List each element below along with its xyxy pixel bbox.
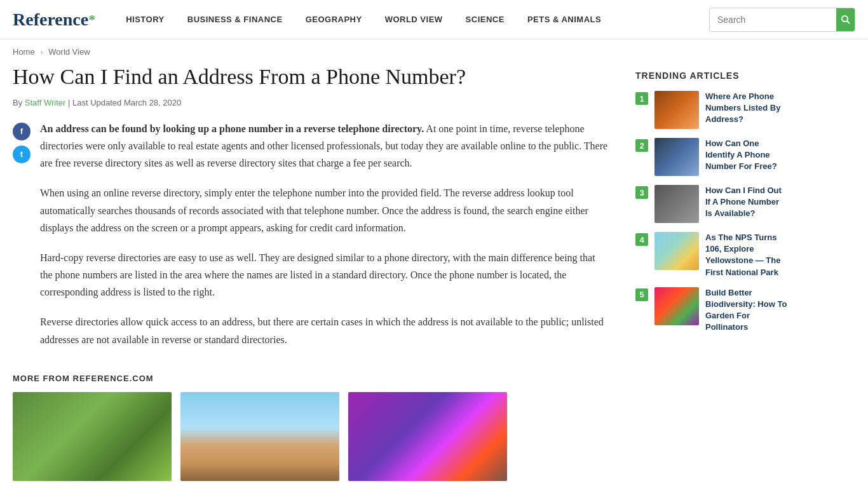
trending-thumb-2-img xyxy=(654,138,699,176)
trending-num-2: 2 xyxy=(635,139,648,152)
sidebar: TRENDING ARTICLES 1 Where Are Phone Numb… xyxy=(635,64,788,481)
svg-point-0 xyxy=(842,16,848,22)
nav-item-history[interactable]: HISTORY xyxy=(114,15,176,24)
search-box xyxy=(709,8,855,32)
article-body: An address can be found by looking up a … xyxy=(40,120,610,361)
more-from-image-1-placeholder xyxy=(13,392,172,481)
breadcrumb: Home › World View xyxy=(0,39,868,64)
more-from-image-3-placeholder xyxy=(348,392,507,481)
search-icon xyxy=(841,15,851,25)
logo-text: Reference xyxy=(13,10,88,30)
article-title: How Can I Find an Address From a Phone N… xyxy=(13,64,610,90)
twitter-share-button[interactable]: t xyxy=(13,146,31,163)
trending-item-3: 3 How Can I Find Out If A Phone Number I… xyxy=(635,185,788,223)
trending-num-4: 4 xyxy=(635,233,648,246)
article-author[interactable]: Staff Writer xyxy=(25,98,66,107)
more-from-section: MORE FROM REFERENCE.COM xyxy=(13,374,610,481)
article-last-updated: Last Updated March 28, 2020 xyxy=(72,98,181,107)
trending-thumb-3-img xyxy=(654,185,699,223)
trending-text-2[interactable]: How Can One Identify A Phone Number For … xyxy=(705,138,788,173)
facebook-share-button[interactable]: f xyxy=(13,123,31,140)
search-input[interactable] xyxy=(710,15,836,25)
facebook-icon: f xyxy=(20,126,23,136)
trending-thumb-5-img xyxy=(654,287,699,325)
site-logo[interactable]: Reference* xyxy=(13,10,95,30)
more-from-image-2[interactable] xyxy=(180,392,339,481)
more-from-image-3[interactable] xyxy=(348,392,507,481)
trending-text-1[interactable]: Where Are Phone Numbers Listed By Addres… xyxy=(705,91,788,126)
main-nav: HISTORY BUSINESS & FINANCE GEOGRAPHY WOR… xyxy=(114,15,709,24)
trending-item-4: 4 As The NPS Turns 106, Explore Yellowst… xyxy=(635,232,788,278)
breadcrumb-current[interactable]: World View xyxy=(48,47,90,57)
trending-item-1: 1 Where Are Phone Numbers Listed By Addr… xyxy=(635,91,788,129)
trending-text-5[interactable]: Build Better Biodiversity: How To Garden… xyxy=(705,287,788,334)
meta-by: By xyxy=(13,98,22,107)
trending-item-5: 5 Build Better Biodiversity: How To Gard… xyxy=(635,287,788,334)
trending-thumb-5 xyxy=(654,287,699,325)
more-from-images xyxy=(13,392,610,481)
trending-item-2: 2 How Can One Identify A Phone Number Fo… xyxy=(635,138,788,176)
trending-num-5: 5 xyxy=(635,288,648,301)
article: How Can I Find an Address From a Phone N… xyxy=(13,64,610,481)
article-lead-bold: An address can be found by looking up a … xyxy=(40,123,424,134)
trending-num-3: 3 xyxy=(635,186,648,199)
nav-item-world-view[interactable]: WORLD VIEW xyxy=(374,15,454,24)
trending-thumb-3 xyxy=(654,185,699,223)
nav-item-business-finance[interactable]: BUSINESS & FINANCE xyxy=(176,15,294,24)
article-content: f t An address can be found by looking u… xyxy=(13,120,610,361)
search-button[interactable] xyxy=(836,8,855,32)
social-bar: f t xyxy=(13,123,31,163)
main-container: How Can I Find an Address From a Phone N… xyxy=(0,64,868,481)
trending-num-1: 1 xyxy=(635,92,648,105)
article-paragraph-3: Reverse directories allow quick access t… xyxy=(40,313,610,348)
more-from-image-1[interactable] xyxy=(13,392,172,481)
article-paragraph-1: When using an online reverse directory, … xyxy=(40,184,610,236)
twitter-icon: t xyxy=(20,149,23,159)
breadcrumb-separator: › xyxy=(40,47,43,57)
article-meta: By Staff Writer | Last Updated March 28,… xyxy=(13,98,610,107)
trending-text-4[interactable]: As The NPS Turns 106, Explore Yellowston… xyxy=(705,232,788,278)
breadcrumb-home[interactable]: Home xyxy=(13,47,35,57)
trending-thumb-2 xyxy=(654,138,699,176)
article-lead-paragraph: An address can be found by looking up a … xyxy=(40,120,610,172)
nav-item-science[interactable]: SCIENCE xyxy=(454,15,516,24)
trending-thumb-4 xyxy=(654,232,699,270)
trending-articles-title: TRENDING ARTICLES xyxy=(635,71,788,81)
nav-item-pets-animals[interactable]: PETS & ANIMALS xyxy=(516,15,613,24)
nav-item-geography[interactable]: GEOGRAPHY xyxy=(294,15,374,24)
trending-thumb-1-img xyxy=(654,91,699,129)
trending-thumb-1 xyxy=(654,91,699,129)
more-from-image-2-placeholder xyxy=(180,392,339,481)
site-header: Reference* HISTORY BUSINESS & FINANCE GE… xyxy=(0,0,868,39)
logo-asterisk: * xyxy=(88,11,95,28)
article-paragraph-2: Hard-copy reverse directories are easy t… xyxy=(40,249,610,301)
trending-thumb-4-img xyxy=(654,232,699,270)
trending-text-3[interactable]: How Can I Find Out If A Phone Number Is … xyxy=(705,185,788,220)
svg-line-1 xyxy=(847,21,850,24)
meta-sep: | xyxy=(68,98,72,107)
more-from-title: MORE FROM REFERENCE.COM xyxy=(13,374,610,383)
